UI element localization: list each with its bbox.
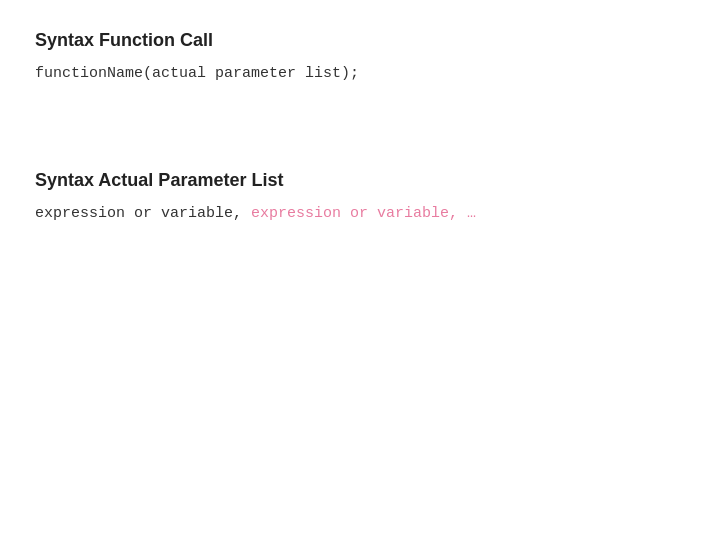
function-call-code: functionName(actual parameter list);	[35, 65, 685, 82]
syntax-actual-parameter-title: Syntax Actual Parameter List	[35, 170, 685, 191]
syntax-function-call-title: Syntax Function Call	[35, 30, 685, 51]
syntax-black-part: expression or variable,	[35, 205, 251, 222]
syntax-parameter-line: expression or variable, expression or va…	[35, 205, 685, 222]
syntax-function-call-section: Syntax Function Call functionName(actual…	[35, 30, 685, 90]
page-container: Syntax Function Call functionName(actual…	[0, 0, 720, 540]
syntax-actual-parameter-section: Syntax Actual Parameter List expression …	[35, 170, 685, 230]
syntax-pink-part: expression or variable, …	[251, 205, 476, 222]
spacer	[35, 90, 685, 170]
